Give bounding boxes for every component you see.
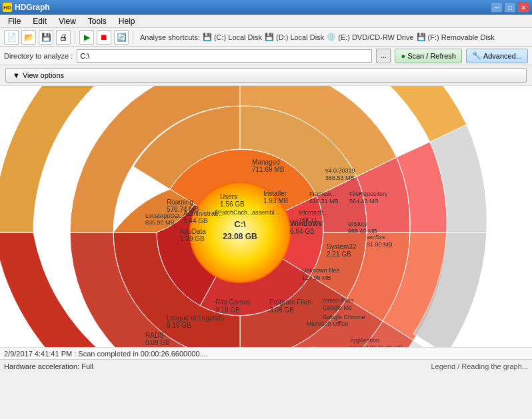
svg-text:FileRepository: FileRepository — [349, 191, 388, 197]
svg-text:366.53 MB: 366.53 MB — [325, 175, 355, 181]
svg-text:1.56 GB: 1.56 GB — [220, 201, 245, 208]
restore-button[interactable]: □ — [504, 2, 516, 13]
svg-text:AppData: AppData — [180, 228, 206, 235]
refresh-button[interactable]: 🔄 — [114, 30, 129, 45]
svg-text:6.64 GB: 6.64 GB — [290, 228, 315, 235]
svg-text:3.08 GB: 3.08 GB — [269, 306, 294, 314]
timestamp-bar: 2/9/2017 4:41:41 PM : Scan completed in … — [0, 347, 532, 359]
minimize-button[interactable]: ─ — [491, 2, 503, 13]
main-content: C:\ 23.08 GB Windows 6.64 GB Users 1.56 … — [0, 86, 532, 372]
svg-text:Users: Users — [220, 193, 237, 201]
menu-edit[interactable]: Edit — [27, 15, 52, 27]
app-title: HDGraph — [15, 3, 50, 12]
svg-text:Roaming: Roaming — [167, 199, 193, 206]
toolbar: 📄 📂 💾 🖨 ▶ ⏹ 🔄 Analyse shortcuts: 💾 (C:) … — [0, 28, 532, 47]
menu-file[interactable]: File — [3, 15, 26, 27]
svg-text:win5xs: win5xs — [366, 234, 385, 240]
svg-text:9.19 GB: 9.19 GB — [215, 306, 240, 314]
disk-f-icon: 💾 — [417, 33, 426, 41]
directory-bar: Directory to analyze : ... ● Scan / Refr… — [0, 47, 532, 65]
scan-refresh-button[interactable]: ● Scan / Refresh — [395, 49, 461, 63]
svg-text:Installer: Installer — [263, 190, 287, 197]
svg-text:v4.0.30319: v4.0.30319 — [325, 167, 355, 174]
new-button[interactable]: 📄 — [4, 30, 19, 45]
svg-text:Microsoft...: Microsoft... — [299, 209, 328, 216]
scan-stop-button[interactable]: ⏹ — [97, 30, 111, 45]
title-controls: ─ □ ✕ — [491, 2, 529, 13]
svg-text:Application: Application — [350, 337, 379, 344]
close-button[interactable]: ✕ — [517, 2, 529, 13]
svg-text:LocalAppDat...: LocalAppDat... — [145, 212, 185, 219]
svg-text:2.21 GB: 2.21 GB — [327, 250, 351, 258]
advanced-icon: 🔧 — [472, 51, 481, 60]
app-icon: HD — [3, 3, 12, 12]
directory-input[interactable] — [77, 49, 372, 63]
svg-text:Microsoft Office: Microsoft Office — [307, 320, 348, 327]
svg-text:$PatchCach...: $PatchCach... — [215, 209, 253, 216]
scan-icon: ● — [401, 52, 405, 60]
svg-text:9.19 GB: 9.19 GB — [167, 322, 191, 329]
svg-text:Google Chrome: Google Chrome — [323, 314, 365, 320]
scan-start-button[interactable]: ▶ — [79, 30, 94, 45]
directory-label: Directory to analyze : — [4, 52, 73, 60]
disk-c-link[interactable]: 💾 (C:) Local Disk — [203, 33, 262, 41]
print-button[interactable]: 🖨 — [56, 30, 71, 45]
svg-text:564.48 MB: 564.48 MB — [349, 198, 379, 205]
svg-text:assembl...: assembl... — [252, 209, 279, 216]
ellipsis: ... — [202, 350, 208, 358]
svg-text:618.31 MB: 618.31 MB — [309, 198, 339, 205]
dropdown-icon: ▼ — [13, 71, 20, 79]
advanced-button[interactable]: 🔧 Advanced... — [466, 49, 528, 63]
timestamp-text: 2/9/2017 4:41:41 PM : Scan completed in … — [4, 350, 202, 358]
svg-text:835.92 MB: 835.92 MB — [145, 219, 175, 226]
disk-e-link[interactable]: 💿 (E:) DVD/CD-RW Drive — [327, 33, 413, 41]
svg-text:League of Legends: League of Legends — [167, 314, 224, 322]
svg-text:117.95 MB: 117.95 MB — [302, 274, 331, 281]
svg-text:System32: System32 — [327, 243, 357, 250]
svg-text:erStory: erStory — [348, 220, 368, 227]
svg-text:Program Files: Program Files — [269, 298, 311, 306]
svg-text:0.09 GB: 0.09 GB — [145, 339, 170, 346]
legend-button[interactable]: Legend / Reading the graph... — [431, 362, 528, 370]
disk-c-icon: 💾 — [203, 33, 212, 41]
hw-acceleration-status: Hardware acceleration: Full — [4, 362, 93, 370]
menu-help[interactable]: Help — [113, 15, 141, 27]
chart-container[interactable]: C:\ 23.08 GB Windows 6.64 GB Users 1.56 … — [0, 86, 532, 372]
disk-f-link[interactable]: 💾 (F:) Removable Disk — [417, 33, 495, 41]
svg-text:Google Me: Google Me — [323, 304, 352, 311]
disk-d-icon: 💾 — [265, 33, 274, 41]
title-bar: HD HDGraph ─ □ ✕ — [0, 0, 532, 15]
svg-text:1.93 MB: 1.93 MB — [263, 197, 289, 205]
open-button[interactable]: 📂 — [21, 30, 36, 45]
status-bar: Hardware acceleration: Full Legend / Rea… — [0, 359, 532, 372]
svg-text:mmon Files: mmon Files — [323, 297, 354, 304]
menu-view[interactable]: View — [53, 15, 81, 27]
svg-text:1.44 GB: 1.44 GB — [183, 217, 208, 224]
browse-button[interactable]: ... — [376, 49, 391, 63]
svg-text:711.69 MB: 711.69 MB — [252, 166, 285, 173]
svg-text:Riot Games: Riot Games — [215, 298, 251, 306]
disk-d-link[interactable]: 💾 (D:) Local Disk — [265, 33, 324, 41]
svg-text:RADS: RADS — [145, 332, 164, 339]
svg-text:Framew...: Framew... — [309, 191, 336, 197]
disk-chart: C:\ 23.08 GB Windows 6.64 GB Users 1.56 … — [0, 86, 532, 372]
save-button[interactable]: 💾 — [39, 30, 53, 45]
svg-text:91.90 MB: 91.90 MB — [367, 241, 393, 248]
disk-e-icon: 💿 — [327, 33, 336, 41]
toolbar-separator-2 — [133, 31, 133, 44]
shortcuts-label: Analyse shortcuts: — [140, 33, 200, 41]
toolbar-separator-1 — [75, 31, 75, 44]
svg-text:Managed: Managed — [252, 159, 280, 166]
svg-text:868.40 MB: 868.40 MB — [348, 228, 377, 234]
svg-text:C:\: C:\ — [234, 219, 246, 229]
svg-text:1.39 GB: 1.39 GB — [180, 235, 205, 242]
menu-bar: File Edit View Tools Help — [0, 15, 532, 28]
svg-text:23.08 GB: 23.08 GB — [223, 232, 257, 241]
svg-text:Unknown files: Unknown files — [302, 267, 340, 274]
view-options-button[interactable]: ▼ View options — [5, 68, 527, 83]
view-options-bar: ▼ View options — [0, 65, 532, 86]
svg-text:768.11...: 768.11... — [299, 216, 322, 223]
menu-tools[interactable]: Tools — [83, 15, 112, 27]
